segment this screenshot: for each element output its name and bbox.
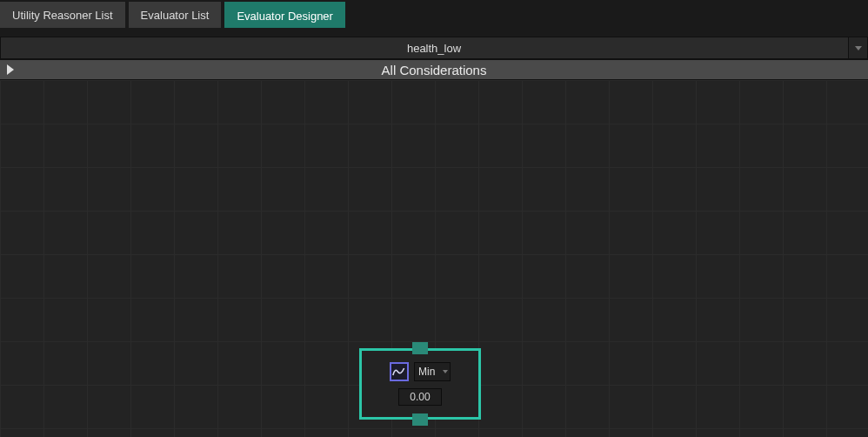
tab-evaluator-designer[interactable]: Evaluator Designer	[224, 2, 345, 28]
tab-utility-reasoner-list[interactable]: Utility Reasoner List	[0, 2, 125, 28]
evaluator-selector-arrow[interactable]	[848, 37, 867, 58]
node-input-port[interactable]	[412, 342, 428, 354]
considerations-header-label: All Considerations	[0, 63, 868, 77]
tab-label: Evaluator Designer	[237, 10, 333, 23]
evaluator-designer-view: Utility Reasoner List Evaluator List Eva…	[0, 0, 868, 437]
tab-strip: Utility Reasoner List Evaluator List Eva…	[0, 0, 868, 28]
evaluator-selector-row: health_low	[0, 37, 868, 59]
tab-evaluator-list[interactable]: Evaluator List	[129, 2, 222, 28]
graph-canvas[interactable]: Min 0.00	[0, 80, 868, 437]
wave-icon	[392, 366, 406, 377]
aggregation-mode-select[interactable]: Min	[414, 362, 451, 381]
node-output-port[interactable]	[412, 413, 428, 426]
chevron-down-icon	[855, 46, 862, 50]
node-value-field[interactable]: 0.00	[398, 388, 442, 406]
consideration-node[interactable]: Min 0.00	[359, 348, 481, 420]
evaluator-selector-dropdown[interactable]: health_low	[0, 37, 868, 59]
tab-label: Evaluator List	[141, 9, 210, 22]
evaluator-selector-value: health_low	[407, 42, 461, 55]
node-header-row: Min	[390, 362, 451, 381]
curve-icon[interactable]	[390, 362, 409, 381]
aggregation-mode-value: Min	[418, 366, 435, 378]
chevron-down-icon	[443, 370, 448, 373]
considerations-header[interactable]: All Considerations	[0, 59, 868, 80]
tab-label: Utility Reasoner List	[12, 9, 113, 22]
